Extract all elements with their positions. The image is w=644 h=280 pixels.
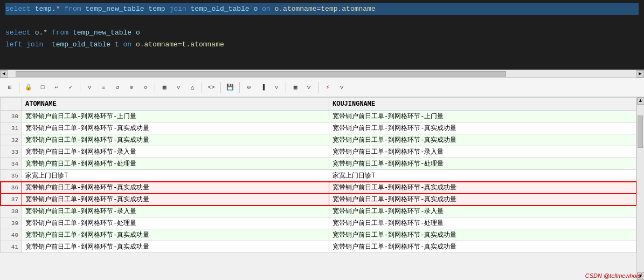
toolbar-list-btn[interactable]: ≡ bbox=[97, 81, 110, 94]
toolbar-save-btn[interactable]: 💾 bbox=[224, 81, 237, 94]
toolbar-grid-btn[interactable]: ⊞ bbox=[3, 81, 16, 94]
toolbar-refresh-btn[interactable]: ↺ bbox=[111, 81, 124, 94]
v-scroll-thumb[interactable] bbox=[638, 115, 643, 148]
cell-rownum: 40 bbox=[1, 229, 22, 241]
cell-rownum: 32 bbox=[1, 134, 22, 146]
toolbar-grid2-btn[interactable]: ▦ bbox=[289, 81, 302, 94]
vertical-scrollbar[interactable]: ▲ ▼ bbox=[636, 97, 644, 280]
sql-line-1: select temp.* from temp_new_table temp j… bbox=[5, 3, 639, 15]
grid-wrapper: ATOMNAME KOUJINGNAME 30宽带销户前日工单-到网格环节-上门… bbox=[0, 97, 636, 280]
toolbar-tri-down-btn[interactable]: ▽ bbox=[172, 81, 185, 94]
col-header-atomname[interactable]: ATOMNAME bbox=[22, 98, 329, 111]
toolbar-table-btn[interactable]: ▦ bbox=[158, 81, 171, 94]
table-row[interactable]: 30宽带销户前日工单-到网格环节-上门量宽带销户前日工单-到网格环节-上门量 bbox=[1, 111, 636, 122]
scroll-track bbox=[16, 71, 628, 77]
cell-rownum: 33 bbox=[1, 146, 22, 158]
toolbar-add-btn[interactable]: ⊕ bbox=[125, 81, 138, 94]
toolbar-red-btn[interactable]: ⚡ bbox=[321, 81, 334, 94]
toolbar-filter-btn[interactable]: ▽ bbox=[335, 81, 348, 94]
table-row[interactable]: 40宽带销户前日工单-到网格环节-真实成功量宽带销户前日工单-到网格环节-真实成… bbox=[1, 229, 636, 241]
table-row[interactable]: 39宽带销户前日工单-到网格环节-处理量宽带销户前日工单-到网格环节-处理量 bbox=[1, 217, 636, 229]
sql-editor[interactable]: select temp.* from temp_new_table temp j… bbox=[0, 0, 644, 70]
toolbar-copy-btn[interactable]: □ bbox=[36, 81, 49, 94]
cell-atomname: 宽带销户前日工单-到网格环节-真实成功量 bbox=[22, 134, 329, 146]
cell-koujingname: 宽带销户前日工单-到网格环节-处理量 bbox=[329, 217, 636, 229]
grid-body: 30宽带销户前日工单-到网格环节-上门量宽带销户前日工单-到网格环节-上门量31… bbox=[1, 111, 636, 253]
cell-rownum: 39 bbox=[1, 217, 22, 229]
table-row[interactable]: 36宽带销户前日工单-到网格环节-真实成功量宽带销户前日工单-到网格环节-真实成… bbox=[1, 182, 636, 194]
toolbar-target-btn[interactable]: ⊙ bbox=[243, 81, 255, 94]
table-row[interactable]: 34宽带销户前日工单-到网格环节-处理量宽带销户前日工单-到网格环节-处理量 bbox=[1, 158, 636, 170]
toolbar-undo-btn[interactable]: ↩ bbox=[50, 81, 63, 94]
sql-horizontal-scrollbar[interactable]: ◀ ▶ bbox=[0, 70, 644, 78]
toolbar-sep-4 bbox=[202, 82, 202, 93]
cell-koujingname: 宽带销户前日工单-到网格环节-真实成功量 bbox=[329, 241, 636, 253]
toolbar-code-btn[interactable]: <> bbox=[205, 81, 218, 94]
table-row[interactable]: 35家宽上门日诊T家宽上门日诊T bbox=[1, 170, 636, 182]
cell-koujingname: 宽带销户前日工单-到网格环节-处理量 bbox=[329, 158, 636, 170]
cell-rownum: 30 bbox=[1, 111, 22, 122]
cell-atomname: 宽带销户前日工单-到网格环节-上门量 bbox=[22, 111, 329, 122]
table-row[interactable]: 41宽带销户前日工单-到网格环节-真实成功量宽带销户前日工单-到网格环节-真实成… bbox=[1, 241, 636, 253]
sql-line-4: left join temp_old_table t on o.atomname… bbox=[5, 39, 639, 51]
cell-koujingname: 宽带销户前日工单-到网格环节-真实成功量 bbox=[329, 194, 636, 206]
scroll-right-arrow[interactable]: ▶ bbox=[636, 70, 644, 78]
toolbar-chart-btn[interactable]: ▐ bbox=[257, 81, 269, 94]
toolbar-sep-3 bbox=[155, 82, 155, 93]
scroll-left-arrow[interactable]: ◀ bbox=[0, 70, 8, 78]
cell-koujingname: 宽带销户前日工单-到网格环节-真实成功量 bbox=[329, 229, 636, 241]
cell-koujingname: 宽带销户前日工单-到网格环节-真实成功量 bbox=[329, 122, 636, 134]
watermark: CSDN @tellmewhoisi bbox=[585, 272, 642, 279]
toolbar-sep-2 bbox=[80, 82, 80, 93]
toolbar-grid-dropdown[interactable]: ▦ ▽ bbox=[289, 81, 315, 94]
cell-atomname: 宽带销户前日工单-到网格环节-真实成功量 bbox=[22, 194, 329, 206]
table-row[interactable]: 32宽带销户前日工单-到网格环节-真实成功量宽带销户前日工单-到网格环节-真实成… bbox=[1, 134, 636, 146]
table-row[interactable]: 37宽带销户前日工单-到网格环节-真实成功量宽带销户前日工单-到网格环节-真实成… bbox=[1, 194, 636, 206]
cell-atomname: 宽带销户前日工单-到网格环节-真实成功量 bbox=[22, 182, 329, 194]
toolbar-tri-up-btn[interactable]: △ bbox=[186, 81, 199, 94]
cell-atomname: 宽带销户前日工单-到网格环节-录入量 bbox=[22, 206, 329, 217]
col-header-rownum bbox=[1, 98, 22, 111]
cell-atomname: 宽带销户前日工单-到网格环节-处理量 bbox=[22, 217, 329, 229]
toolbar-check-btn[interactable]: ✓ bbox=[64, 81, 77, 94]
cell-rownum: 31 bbox=[1, 122, 22, 134]
grid-scroll-area[interactable]: ATOMNAME KOUJINGNAME 30宽带销户前日工单-到网格环节-上门… bbox=[0, 97, 636, 280]
cell-rownum: 35 bbox=[1, 170, 22, 182]
cell-rownum: 37 bbox=[1, 194, 22, 206]
toolbar-sep-6 bbox=[239, 82, 240, 93]
toolbar-grid2-arrow[interactable]: ▽ bbox=[302, 81, 315, 94]
data-grid: ATOMNAME KOUJINGNAME 30宽带销户前日工单-到网格环节-上门… bbox=[0, 97, 644, 280]
table-row[interactable]: 33宽带销户前日工单-到网格环节-录入量宽带销户前日工单-到网格环节-录入量 bbox=[1, 146, 636, 158]
toolbar-down-btn[interactable]: ▽ bbox=[83, 81, 96, 94]
cell-rownum: 36 bbox=[1, 182, 22, 194]
toolbar-sep-8 bbox=[318, 82, 318, 93]
cell-atomname: 宽带销户前日工单-到网格环节-真实成功量 bbox=[22, 241, 329, 253]
cell-atomname: 宽带销户前日工单-到网格环节-真实成功量 bbox=[22, 122, 329, 134]
scroll-up-arrow[interactable]: ▲ bbox=[637, 97, 645, 105]
cell-rownum: 41 bbox=[1, 241, 22, 253]
table-row[interactable]: 31宽带销户前日工单-到网格环节-真实成功量宽带销户前日工单-到网格环节-真实成… bbox=[1, 122, 636, 134]
cell-koujingname: 宽带销户前日工单-到网格环节-上门量 bbox=[329, 111, 636, 122]
toolbar-chart-dropdown[interactable]: ▐ ▽ bbox=[257, 81, 283, 94]
cell-koujingname: 家宽上门日诊T bbox=[329, 170, 636, 182]
grid-table: ATOMNAME KOUJINGNAME 30宽带销户前日工单-到网格环节-上门… bbox=[0, 97, 636, 253]
toolbar-lock-btn[interactable]: 🔒 bbox=[22, 81, 35, 94]
col-header-koujingname[interactable]: KOUJINGNAME bbox=[329, 98, 636, 111]
toolbar-sep-7 bbox=[286, 82, 286, 93]
sql-line-3: select o.* from temp_new_table o bbox=[5, 27, 639, 39]
cell-koujingname: 宽带销户前日工单-到网格环节-真实成功量 bbox=[329, 182, 636, 194]
grid-header: ATOMNAME KOUJINGNAME bbox=[1, 98, 636, 111]
toolbar-sep-5 bbox=[220, 82, 221, 93]
cell-atomname: 宽带销户前日工单-到网格环节-录入量 bbox=[22, 146, 329, 158]
toolbar-diamond-btn[interactable]: ◇ bbox=[139, 81, 152, 94]
scroll-thumb[interactable] bbox=[16, 71, 506, 77]
v-scroll-track bbox=[637, 105, 645, 272]
cell-rownum: 34 bbox=[1, 158, 22, 170]
cell-koujingname: 宽带销户前日工单-到网格环节-真实成功量 bbox=[329, 134, 636, 146]
cell-koujingname: 宽带销户前日工单-到网格环节-录入量 bbox=[329, 206, 636, 217]
cell-rownum: 38 bbox=[1, 206, 22, 217]
toolbar-sep-1 bbox=[19, 82, 19, 93]
toolbar-chart-arrow[interactable]: ▽ bbox=[270, 81, 283, 94]
cell-atomname: 宽带销户前日工单-到网格环节-真实成功量 bbox=[22, 229, 329, 241]
table-row[interactable]: 38宽带销户前日工单-到网格环节-录入量宽带销户前日工单-到网格环节-录入量 bbox=[1, 206, 636, 217]
